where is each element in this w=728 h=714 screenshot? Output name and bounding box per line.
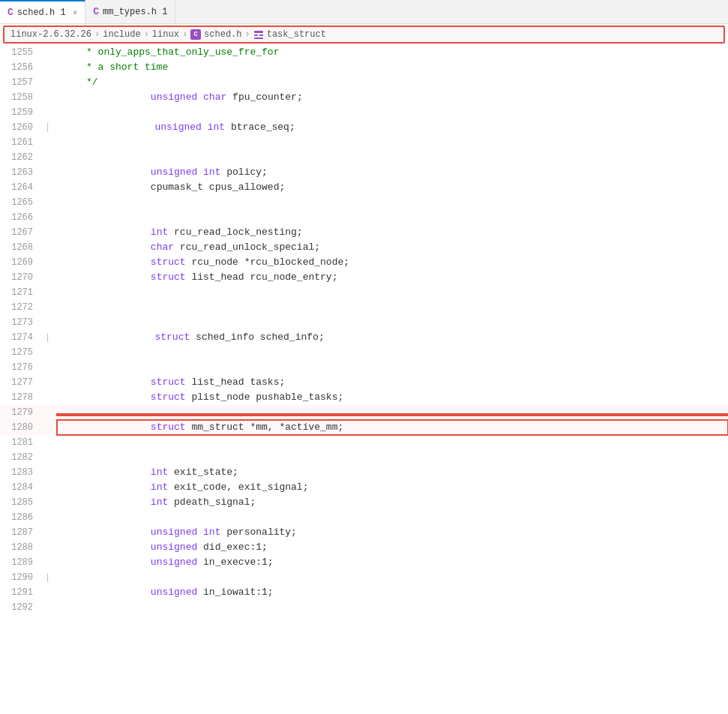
line-content: struct list_head tasks; xyxy=(57,375,728,390)
line-number: 1290 xyxy=(0,570,45,585)
line-number: 1272 xyxy=(0,300,45,315)
line-number: 1263 xyxy=(0,165,45,180)
line-content xyxy=(57,135,728,150)
breadcrumb-sep-3: › xyxy=(182,29,187,40)
line-number: 1267 xyxy=(0,225,45,240)
line-content: cpumask_t cpus_allowed; xyxy=(57,180,728,195)
code-line-1269: 1269 struct rcu_node *rcu_blocked_node; xyxy=(0,255,728,270)
tab-sched-h[interactable]: C sched.h 1 ✕ xyxy=(0,0,85,23)
line-number: 1286 xyxy=(0,510,45,525)
line-content: * a short time xyxy=(57,60,728,75)
line-content: unsigned int policy; xyxy=(57,165,728,180)
line-number: 1269 xyxy=(0,255,45,270)
line-content xyxy=(57,315,728,330)
breadcrumb-part-4[interactable]: sched.h xyxy=(204,29,241,40)
line-number: 1261 xyxy=(0,135,45,150)
line-content: unsigned did_exec:1; xyxy=(57,540,728,555)
line-number: 1281 xyxy=(0,435,45,450)
line-content xyxy=(57,105,728,120)
line-number: 1270 xyxy=(0,270,45,285)
line-content xyxy=(57,210,728,225)
line-content xyxy=(57,510,728,525)
code-line-1257: 1257 */ xyxy=(0,75,728,90)
tab-c-icon-2: C xyxy=(93,6,99,17)
line-content: * only_apps_that_only_use_fre_for xyxy=(57,45,728,60)
line-number: 1285 xyxy=(0,495,45,510)
code-line-1287: 1287 unsigned int personality; xyxy=(0,525,728,540)
code-line-1274: 1274| struct sched_info sched_info; xyxy=(0,330,728,345)
code-line-1292: 1292 xyxy=(0,600,728,615)
code-line-1284: 1284 int exit_code, exit_signal; xyxy=(0,480,728,495)
line-number: 1282 xyxy=(0,450,45,465)
line-number: 1264 xyxy=(0,180,45,195)
line-number: 1278 xyxy=(0,390,45,405)
tab-mm-types-h[interactable]: C mm_types.h 1 xyxy=(85,0,175,23)
breadcrumb-sep-1: › xyxy=(94,29,100,40)
line-number: 1256 xyxy=(0,60,45,75)
breadcrumb-part-1[interactable]: linux-2.6.32.26 xyxy=(10,29,91,40)
breadcrumb-sep-4: › xyxy=(245,29,250,40)
svg-rect-0 xyxy=(254,31,263,33)
code-line-1259: 1259 xyxy=(0,105,728,120)
code-line-1283: 1283 int exit_state; xyxy=(0,465,728,480)
tab-label-1: sched.h 1 xyxy=(17,8,66,18)
code-line-1262: 1262 xyxy=(0,150,728,165)
line-number: 1288 xyxy=(0,540,45,555)
code-line-1281: 1281 xyxy=(0,435,728,450)
code-line-1258: 1258 unsigned char fpu_counter; xyxy=(0,90,728,105)
line-number: 1277 xyxy=(0,375,45,390)
code-line-1270: 1270 struct list_head rcu_node_entry; xyxy=(0,270,728,285)
line-number: 1268 xyxy=(0,240,45,255)
code-line-1263: 1263 unsigned int policy; xyxy=(0,165,728,180)
code-line-1255: 1255 * only_apps_that_only_use_fre_for xyxy=(0,45,728,60)
code-line-1290: 1290| xyxy=(0,570,728,585)
line-content: int rcu_read_lock_nesting; xyxy=(57,225,728,240)
line-content: struct list_head rcu_node_entry; xyxy=(57,270,728,285)
code-line-1261: 1261 xyxy=(0,135,728,150)
breadcrumb-part-5[interactable]: task_struct xyxy=(267,29,326,40)
line-number: 1284 xyxy=(0,480,45,495)
code-line-1267: 1267 int rcu_read_lock_nesting; xyxy=(0,225,728,240)
svg-rect-1 xyxy=(254,34,258,36)
code-line-1272: 1272 xyxy=(0,300,728,315)
code-line-1279: 1279 xyxy=(0,405,728,420)
line-number: 1276 xyxy=(0,360,45,375)
line-content: int exit_code, exit_signal; xyxy=(57,480,728,495)
line-content: */ xyxy=(57,75,728,90)
breadcrumb-part-2[interactable]: include xyxy=(103,29,140,40)
code-line-1282: 1282 xyxy=(0,450,728,465)
svg-rect-2 xyxy=(259,34,263,36)
line-content: struct sched_info sched_info; xyxy=(61,330,728,345)
code-line-1265: 1265 xyxy=(0,195,728,210)
tab-close-1[interactable]: ✕ xyxy=(73,8,78,17)
code-lines: 1255 * only_apps_that_only_use_fre_for12… xyxy=(0,45,728,615)
line-content xyxy=(57,285,728,300)
line-number: 1287 xyxy=(0,525,45,540)
code-line-1256: 1256 * a short time xyxy=(0,60,728,75)
line-content: struct mm_struct *mm, *active_mm; xyxy=(57,420,728,435)
line-content: unsigned in_iowait:1; xyxy=(57,585,728,600)
breadcrumb-part-3[interactable]: linux xyxy=(152,29,179,40)
code-line-1264: 1264 cpumask_t cpus_allowed; xyxy=(0,180,728,195)
code-container[interactable]: 1255 * only_apps_that_only_use_fre_for12… xyxy=(0,45,728,710)
line-number: 1255 xyxy=(0,45,45,60)
code-line-1268: 1268 char rcu_read_unlock_special; xyxy=(0,240,728,255)
line-number: 1273 xyxy=(0,315,45,330)
line-number: 1258 xyxy=(0,90,45,105)
line-number: 1275 xyxy=(0,345,45,360)
code-line-1286: 1286 xyxy=(0,510,728,525)
line-gutter: | xyxy=(45,570,61,585)
breadcrumb-sep-2: › xyxy=(144,29,149,40)
line-number: 1289 xyxy=(0,555,45,570)
tab-label-2: mm_types.h 1 xyxy=(103,7,167,17)
line-content xyxy=(57,450,728,465)
code-line-1275: 1275 xyxy=(0,345,728,360)
line-number: 1260 xyxy=(0,120,45,135)
line-number: 1259 xyxy=(0,105,45,120)
tab-c-icon-1: C xyxy=(7,7,13,18)
line-content: int pdeath_signal; xyxy=(57,495,728,510)
svg-rect-3 xyxy=(254,38,263,39)
line-content: unsigned in_execve:1; xyxy=(57,555,728,570)
code-line-1291: 1291 unsigned in_iowait:1; xyxy=(0,585,728,600)
line-number: 1262 xyxy=(0,150,45,165)
